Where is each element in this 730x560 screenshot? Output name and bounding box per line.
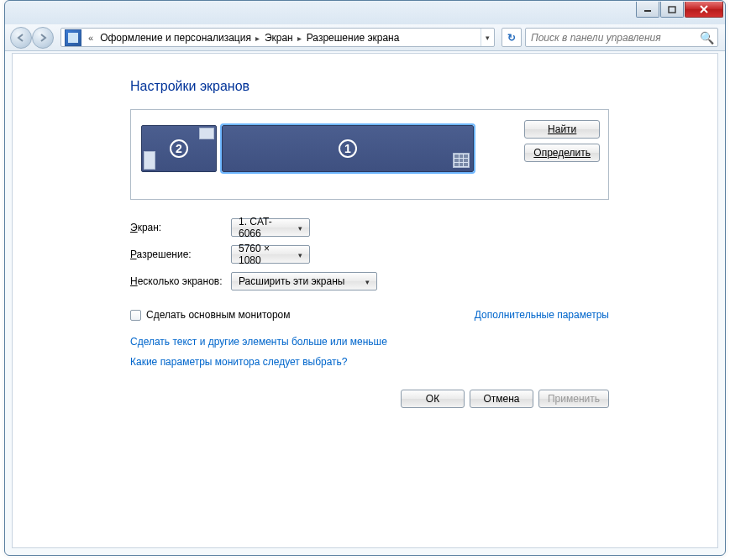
breadcrumb-overflow[interactable]: « — [85, 33, 97, 43]
ok-button[interactable]: ОК — [401, 390, 465, 408]
minimize-button[interactable] — [636, 2, 659, 18]
monitor-number: 1 — [339, 139, 357, 158]
make-primary-label: Сделать основным монитором — [146, 309, 291, 321]
navbar: « Оформление и персонализация Экран Разр… — [5, 24, 725, 51]
page-title: Настройки экранов — [130, 79, 694, 94]
chevron-right-icon[interactable] — [255, 32, 261, 44]
breadcrumb-seg-3[interactable]: Разрешение экрана — [303, 32, 403, 44]
display-preview: 2 1 Найти Определить — [130, 109, 609, 200]
control-panel-icon — [65, 29, 81, 46]
content-panel: Настройки экранов 2 1 — [12, 53, 718, 548]
monitor-2[interactable]: 2 — [141, 125, 217, 172]
minimize-icon — [643, 6, 652, 13]
chevron-down-icon — [361, 275, 373, 287]
display-combo[interactable]: 1. CAT-6066 — [231, 218, 310, 237]
resolution-value: 5760 × 1080 — [239, 243, 294, 266]
text-size-link[interactable]: Сделать текст и другие элементы больше и… — [130, 336, 387, 348]
monitor-tray-icon — [453, 153, 470, 168]
identify-button[interactable]: Определить — [524, 144, 600, 162]
breadcrumb-dropdown[interactable] — [481, 29, 494, 46]
chevron-down-icon — [294, 222, 306, 233]
monitor-overlay-icon — [199, 128, 214, 139]
window-frame: « Оформление и персонализация Экран Разр… — [4, 0, 726, 556]
multi-display-combo[interactable]: Расширить эти экраны — [231, 272, 377, 290]
monitor-overlay-icon — [144, 151, 155, 170]
display-label: Экран: — [130, 222, 231, 233]
svg-rect-0 — [644, 10, 651, 12]
search-input[interactable] — [529, 31, 700, 44]
multi-display-label: Несколько экранов: — [130, 275, 231, 287]
monitor-1[interactable]: 1 — [222, 125, 474, 172]
arrow-left-icon — [16, 33, 26, 43]
display-value: 1. CAT-6066 — [239, 216, 294, 239]
breadcrumb-seg-2[interactable]: Экран — [261, 32, 297, 44]
advanced-settings-link[interactable]: Дополнительные параметры — [475, 309, 609, 321]
arrow-right-icon — [38, 33, 48, 43]
close-button[interactable] — [685, 2, 723, 18]
svg-rect-1 — [669, 7, 675, 13]
find-button[interactable]: Найти — [524, 120, 600, 139]
resolution-combo[interactable]: 5760 × 1080 — [231, 245, 310, 264]
cancel-button[interactable]: Отмена — [470, 390, 533, 408]
maximize-button[interactable] — [660, 2, 684, 18]
titlebar — [5, 1, 725, 24]
refresh-button[interactable]: ↻ — [502, 28, 522, 47]
resolution-label: Разрешение: — [130, 249, 231, 260]
settings-form: Экран: 1. CAT-6066 Разрешение: 5760 × 10… — [130, 218, 609, 290]
chevron-down-icon — [294, 249, 306, 260]
refresh-icon: ↻ — [507, 32, 516, 44]
search-box[interactable]: 🔍 — [525, 28, 718, 47]
multi-display-value: Расширить эти экраны — [239, 275, 361, 287]
search-icon[interactable]: 🔍 — [700, 31, 714, 44]
make-primary-checkbox[interactable] — [130, 310, 141, 321]
apply-button: Применить — [538, 390, 609, 408]
chevron-right-icon[interactable] — [297, 32, 303, 44]
breadcrumb[interactable]: « Оформление и персонализация Экран Разр… — [60, 28, 495, 47]
nav-back-forward — [10, 27, 52, 49]
back-button[interactable] — [10, 27, 32, 49]
monitor-number: 2 — [170, 139, 188, 158]
maximize-icon — [668, 6, 676, 13]
help-params-link[interactable]: Какие параметры монитора следует выбрать… — [130, 356, 348, 368]
breadcrumb-seg-1[interactable]: Оформление и персонализация — [97, 32, 255, 44]
close-icon — [699, 5, 709, 13]
forward-button[interactable] — [32, 27, 54, 49]
